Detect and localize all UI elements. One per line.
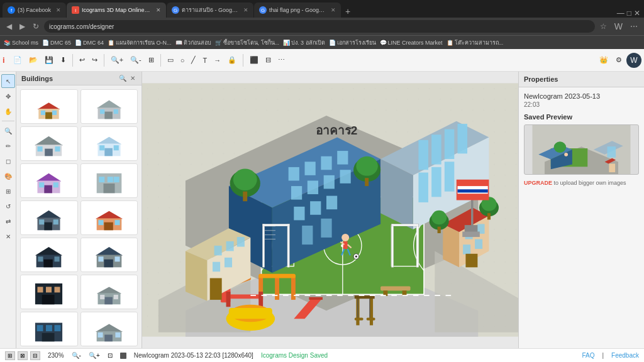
upgrade-text: to upload bigger own images: [554, 180, 626, 186]
bookmark-table[interactable]: 📋 โต๊ะความสามารถ...: [447, 38, 504, 47]
rotate-tool[interactable]: ↺: [1, 199, 15, 213]
building-item[interactable]: [20, 238, 78, 272]
hand-tool[interactable]: ✋: [1, 104, 15, 118]
svg-rect-174: [475, 239, 482, 250]
bookmark-line[interactable]: 💬 LINE Creators Market: [380, 40, 443, 46]
crown-button[interactable]: 👑: [596, 53, 611, 68]
bookmark-shop1[interactable]: 🛒 ซื้อขายโซโตน, โซก็น...: [215, 38, 280, 47]
move-tool[interactable]: ✥: [1, 89, 15, 103]
crop-tool[interactable]: ⊞: [1, 184, 15, 198]
building-item[interactable]: [80, 312, 138, 346]
open-file-button[interactable]: 📂: [26, 54, 41, 66]
zoom-in-button[interactable]: 🔍+: [108, 54, 126, 66]
panel-close-button[interactable]: ✕: [129, 74, 136, 82]
delete-tool[interactable]: ✕: [1, 229, 15, 243]
snap-button[interactable]: ⊠: [18, 351, 28, 360]
tab-close[interactable]: ✕: [56, 7, 61, 13]
layers-button[interactable]: ⬛: [247, 54, 262, 66]
building-item[interactable]: [80, 200, 138, 235]
svg-point-126: [356, 156, 377, 176]
zoom-in-status[interactable]: 🔍+: [89, 352, 100, 359]
building-item[interactable]: [80, 163, 138, 198]
tab-google2[interactable]: G thai flag png - Google Search ✕: [254, 3, 341, 18]
minimize-button[interactable]: —: [617, 9, 625, 18]
svg-rect-18: [99, 145, 104, 150]
align-button[interactable]: ⊟: [262, 54, 274, 66]
bookmark-plan[interactable]: 📋 แผนจัดการเรียน O-N...: [108, 38, 172, 47]
more-button[interactable]: ⋯: [275, 54, 288, 66]
bookmark-dmc65[interactable]: 📄 DMC 65: [42, 40, 71, 46]
canvas-area[interactable]: อาคาร2: [142, 72, 518, 348]
building-item[interactable]: [80, 89, 138, 124]
building-item[interactable]: [20, 275, 78, 309]
tab-close-g2[interactable]: ✕: [331, 7, 336, 13]
refresh-button[interactable]: ↻: [30, 21, 42, 32]
svg-rect-148: [355, 317, 364, 320]
save-file-button[interactable]: 💾: [42, 54, 57, 66]
tab-facebook[interactable]: f (3) Facebook ✕: [3, 3, 66, 18]
grid-toggle-button[interactable]: ⊞: [5, 351, 15, 360]
align-grid-button[interactable]: ⊟: [30, 351, 40, 360]
select-tool[interactable]: ↖: [1, 74, 15, 88]
bookmark-grade[interactable]: 📊 ปง. 3 อลักเปิด: [283, 38, 325, 47]
line-button[interactable]: ╱: [188, 54, 199, 66]
tab-close-active[interactable]: ✕: [156, 7, 161, 13]
svg-rect-69: [115, 332, 120, 337]
panel-search-button[interactable]: 🔍: [118, 74, 128, 82]
building-item[interactable]: [80, 238, 138, 272]
building-item[interactable]: [20, 200, 78, 235]
zoom-out-button[interactable]: 🔍-: [127, 54, 145, 66]
svg-point-209: [554, 141, 567, 153]
fit-screen-button[interactable]: ⊡: [108, 352, 113, 359]
building-item[interactable]: [20, 163, 78, 198]
building-item[interactable]: [20, 126, 78, 161]
bookmark-dmc64[interactable]: 📄 DMC 64: [75, 40, 104, 46]
svg-rect-137: [258, 292, 263, 307]
building-item[interactable]: [20, 89, 78, 124]
export-button[interactable]: ⬇: [57, 54, 69, 66]
bookmark-button[interactable]: ☆: [597, 21, 609, 32]
tab-google1[interactable]: G ตาราแสนปิ6 - Google ไทย ✕: [167, 3, 253, 18]
bookmark-tutor[interactable]: 📖 ติวก่อนสอบ: [175, 38, 211, 47]
building-item[interactable]: [20, 312, 78, 346]
grid-button[interactable]: ⊞: [145, 54, 157, 66]
tab-close-g1[interactable]: ✕: [243, 7, 248, 13]
building-item[interactable]: [80, 126, 138, 161]
faq-link[interactable]: FAQ: [582, 352, 594, 359]
redo-button[interactable]: ↪: [89, 54, 101, 66]
svg-rect-163: [391, 224, 418, 226]
new-tab-button[interactable]: +: [341, 6, 354, 16]
feedback-link[interactable]: Feedback: [611, 352, 639, 359]
close-button[interactable]: ✕: [634, 9, 640, 18]
new-file-button[interactable]: 📄: [10, 54, 25, 66]
bookmark-docs[interactable]: 📄 เอกสารโรงเรียน: [329, 38, 376, 47]
lock-button[interactable]: 🔒: [225, 54, 240, 66]
pencil-tool[interactable]: ✏: [1, 139, 15, 153]
zoom-out-status[interactable]: 🔍-: [72, 352, 81, 359]
svg-rect-61: [42, 333, 55, 342]
paint-tool[interactable]: 🎨: [1, 169, 15, 183]
maximize-button[interactable]: □: [627, 9, 631, 18]
address-bar[interactable]: [44, 20, 595, 33]
text-button[interactable]: T: [199, 55, 210, 66]
building-item[interactable]: [80, 275, 138, 309]
back-button[interactable]: ◀: [4, 21, 14, 32]
tab-icograms[interactable]: i Icograms 3D Map Online Desig... ✕: [67, 3, 166, 18]
upgrade-link[interactable]: UPGRADE: [524, 180, 552, 186]
shape-tools: ▭ ○ ╱ T → 🔒: [164, 54, 240, 66]
user-button[interactable]: W: [626, 53, 641, 68]
rectangle-button[interactable]: ▭: [164, 54, 177, 66]
undo-button[interactable]: ↩: [76, 54, 88, 66]
bookmark-school[interactable]: 📚 School ms: [4, 40, 38, 46]
settings-button[interactable]: ⚙: [613, 53, 625, 68]
eraser-tool[interactable]: ◻: [1, 154, 15, 168]
svg-rect-189: [380, 286, 410, 290]
profile-button[interactable]: W: [612, 20, 625, 33]
forward-button[interactable]: ▶: [17, 21, 28, 32]
arrow-button[interactable]: →: [211, 55, 224, 66]
circle-button[interactable]: ○: [177, 55, 188, 66]
zoom-tool[interactable]: 🔍: [1, 124, 15, 138]
flip-tool[interactable]: ⇄: [1, 214, 15, 228]
svg-rect-212: [609, 163, 615, 172]
menu-button[interactable]: ⋯: [628, 21, 640, 32]
